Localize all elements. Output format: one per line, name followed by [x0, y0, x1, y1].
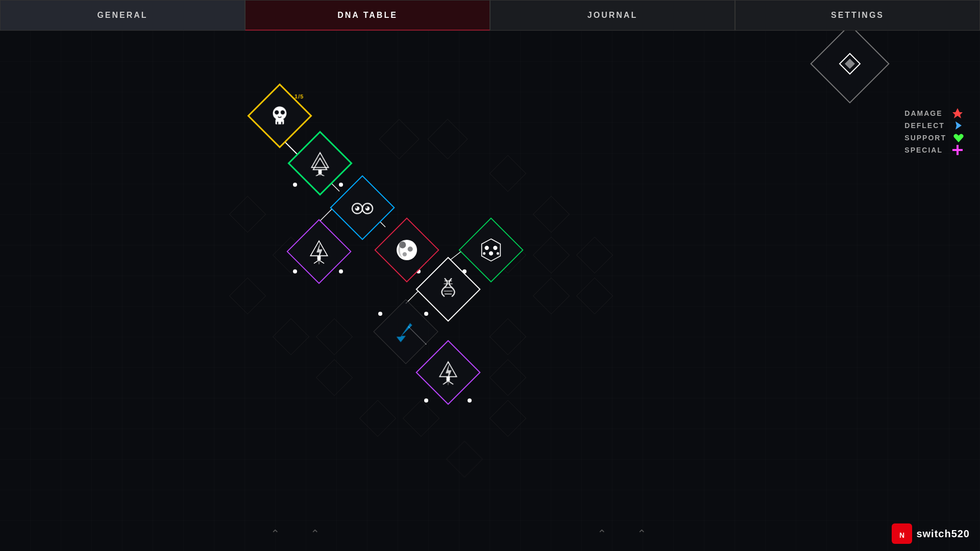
svg-rect-20	[577, 278, 613, 314]
tab-dna-table[interactable]: DNA TABLE	[245, 0, 490, 31]
legend-support: SUPPORT	[904, 132, 965, 144]
moon-icon	[389, 232, 425, 268]
tab-general[interactable]: GENERAL	[0, 0, 245, 31]
node-eyes[interactable]	[330, 175, 395, 240]
svg-point-53	[355, 207, 359, 211]
watermark: N switch520	[892, 523, 970, 544]
bottom-right-arrow[interactable]: ⌃	[310, 528, 320, 541]
svg-line-49	[320, 174, 324, 176]
svg-point-64	[408, 246, 413, 252]
svg-point-31	[293, 269, 297, 273]
legend: DAMAGE DEFLECT SUPPORT	[904, 41, 965, 156]
hex-icon	[473, 232, 509, 268]
dna-canvas: 1/5	[0, 31, 980, 551]
eyes-icon	[345, 190, 380, 226]
damage-icon	[951, 107, 964, 119]
svg-line-79	[443, 381, 448, 385]
svg-text:N: N	[899, 531, 904, 539]
svg-point-65	[403, 252, 407, 256]
svg-point-38	[468, 398, 472, 403]
svg-rect-18	[490, 400, 526, 437]
tree-icon	[302, 145, 338, 181]
lightning2-icon	[430, 355, 466, 390]
svg-rect-9	[533, 278, 570, 314]
svg-line-60	[319, 260, 324, 264]
node-lightning2[interactable]	[415, 340, 480, 405]
svg-rect-40	[276, 119, 284, 124]
svg-point-71	[497, 252, 499, 255]
arrow-blue-icon	[388, 314, 424, 349]
svg-rect-14	[490, 319, 526, 355]
tab-journal[interactable]: JOURNAL	[490, 0, 735, 31]
connector-lines	[0, 31, 980, 551]
legend-damage: DAMAGE	[904, 107, 965, 119]
svg-point-69	[489, 252, 493, 256]
svg-rect-11	[533, 196, 570, 233]
svg-point-55	[356, 207, 357, 208]
svg-line-59	[314, 260, 319, 264]
svg-point-54	[365, 207, 370, 211]
svg-rect-83	[952, 149, 963, 151]
svg-point-44	[281, 110, 285, 114]
svg-point-56	[366, 207, 368, 208]
svg-rect-4	[230, 278, 266, 314]
svg-marker-66	[482, 239, 501, 261]
svg-point-37	[424, 398, 428, 403]
node-skull[interactable]: 1/5	[247, 83, 312, 148]
bottom-nav-arrows-right: ⌃ ⌃	[597, 528, 646, 541]
svg-rect-13	[316, 319, 353, 355]
bottom-nav-arrows: ⌃ ⌃	[271, 528, 320, 541]
tab-settings[interactable]: SETTINGS	[735, 0, 980, 31]
bottom-right-arrow2[interactable]: ⌃	[637, 528, 646, 541]
svg-rect-17	[447, 441, 483, 478]
node-tree[interactable]	[287, 131, 352, 195]
svg-rect-0	[379, 119, 419, 159]
svg-line-80	[448, 381, 453, 385]
svg-point-36	[424, 312, 428, 316]
svg-rect-2	[230, 196, 266, 233]
svg-marker-45	[311, 153, 328, 167]
svg-rect-1	[428, 119, 468, 159]
svg-rect-15	[490, 360, 526, 396]
dna-icon	[430, 271, 466, 307]
svg-point-35	[378, 312, 382, 316]
svg-rect-47	[318, 170, 322, 174]
svg-rect-16	[403, 400, 439, 437]
svg-rect-10	[533, 237, 570, 273]
svg-rect-19	[577, 237, 613, 273]
node-dna[interactable]	[415, 257, 480, 321]
legend-special: SPECIAL	[904, 144, 965, 156]
top-navigation: GENERAL DNA TABLE JOURNAL SETTINGS	[0, 0, 980, 31]
svg-point-67	[485, 246, 489, 250]
legend-diamond-node	[822, 36, 883, 97]
deflect-icon	[951, 119, 964, 132]
node-arrow-deflect[interactable]	[373, 299, 438, 364]
svg-rect-5	[273, 319, 309, 355]
node-hex[interactable]	[458, 217, 523, 282]
svg-rect-12	[490, 156, 526, 192]
nintendo-switch-logo: N	[892, 523, 912, 544]
bottom-mid-arrow[interactable]: ⌃	[597, 528, 606, 541]
node-lightning1[interactable]	[286, 219, 351, 284]
skull-icon	[262, 98, 298, 134]
lightning1-icon	[301, 234, 337, 269]
watermark-text: switch520	[916, 528, 970, 540]
svg-rect-6	[316, 360, 353, 396]
svg-point-43	[275, 110, 279, 114]
legend-items-container: DAMAGE DEFLECT SUPPORT	[904, 107, 965, 156]
svg-point-32	[339, 269, 343, 273]
node-level-badge: 1/5	[295, 93, 304, 99]
svg-point-29	[293, 183, 297, 187]
bottom-left-arrow[interactable]: ⌃	[271, 528, 280, 541]
svg-rect-7	[360, 400, 396, 437]
node-moon[interactable]	[374, 217, 439, 282]
support-icon	[952, 132, 965, 144]
svg-point-68	[493, 246, 497, 250]
svg-point-30	[339, 183, 343, 187]
legend-deflect: DEFLECT	[904, 119, 965, 132]
svg-line-48	[316, 174, 320, 176]
special-icon	[951, 144, 964, 156]
svg-point-70	[483, 252, 485, 255]
